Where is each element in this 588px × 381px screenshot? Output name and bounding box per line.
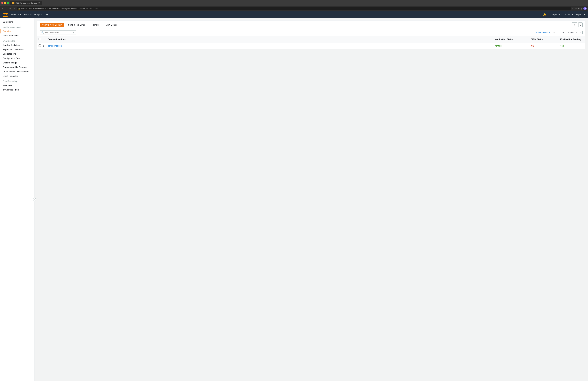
next-page-button[interactable]: › — [575, 31, 578, 34]
support-chevron: ▼ — [584, 14, 585, 15]
sidebar-toggle-button[interactable]: ‹ — [33, 198, 36, 201]
content-panel: Verify a New Domain Send a Test Email Re… — [37, 20, 585, 49]
user-menu[interactable]: sendportal ▼ — [550, 13, 562, 16]
aws-logo-underline — [3, 16, 8, 17]
first-page-button[interactable]: ⟨⟨ — [552, 31, 556, 34]
sidebar-section-email-receiving: Email Receiving — [0, 78, 34, 83]
maximize-dot[interactable] — [7, 2, 9, 4]
nav-bookmark-icon[interactable]: ☆ — [575, 7, 577, 10]
all-identities-chevron: ▼ — [548, 31, 550, 34]
services-chevron: ▼ — [20, 14, 21, 15]
main-content: Verify a New Domain Send a Test Email Re… — [34, 18, 588, 381]
resource-groups-chevron: ▼ — [41, 14, 43, 15]
smtp-settings-label: SMTP Settings — [3, 61, 17, 64]
forward-button[interactable]: › — [5, 7, 7, 10]
header-checkbox-cell — [37, 37, 42, 41]
services-menu[interactable]: Services ▼ — [11, 13, 21, 16]
header-dkim-status: DKIM Status — [529, 37, 559, 41]
toolbar-left: Verify a New Domain Send a Test Email Re… — [40, 23, 120, 27]
row-checkbox[interactable] — [39, 44, 41, 47]
sidebar-item-email-addresses[interactable]: Email Addresses — [0, 33, 34, 38]
dedicated-ips-label: Dedicated IPs — [3, 53, 16, 55]
search-input[interactable] — [44, 31, 72, 34]
search-icon: 🔍 — [41, 31, 44, 34]
header-enabled-for-sending: Enabled for Sending — [559, 37, 585, 41]
email-addresses-label: Email Addresses — [3, 34, 19, 37]
last-page-button[interactable]: ⟩⟩ — [579, 31, 583, 34]
browser-tab[interactable]: SES Management Console ✕ — [10, 1, 42, 5]
nav-extensions-icon[interactable]: ⋮ — [580, 7, 583, 10]
new-tab-button[interactable]: + — [43, 1, 45, 4]
sidebar-section-email-sending: Email Sending — [0, 38, 34, 43]
aws-logo[interactable]: aws — [3, 12, 8, 17]
region-label: Ireland — [565, 13, 571, 16]
minimize-dot[interactable] — [4, 2, 6, 4]
verify-domain-button[interactable]: Verify a New Domain — [40, 23, 64, 27]
resource-groups-menu[interactable]: Resource Groups ▼ — [24, 13, 43, 16]
sidebar-item-sending-statistics[interactable]: Sending Statistics — [0, 43, 34, 47]
filter-right: All identities ▼ ⟨⟨ ‹ 1 to 1 of 1 items … — [536, 31, 583, 34]
reputation-dashboard-label: Reputation Dashboard — [3, 48, 24, 51]
domains-label: Domains — [3, 30, 11, 32]
tab-close-button[interactable]: ✕ — [38, 2, 40, 4]
header-verification-status: Verification Status — [493, 37, 529, 41]
remove-button[interactable]: Remove — [89, 23, 102, 27]
services-label: Services — [11, 13, 19, 16]
ip-address-filters-label: IP Address Filters — [3, 89, 19, 91]
search-clear-icon[interactable]: ✕ — [73, 31, 74, 34]
sidebar-item-configuration-sets[interactable]: Configuration Sets — [0, 56, 34, 60]
region-menu[interactable]: Ireland ▼ — [565, 13, 573, 16]
support-menu[interactable]: Support ▼ — [576, 13, 585, 16]
domain-link[interactable]: sendportal.com — [48, 45, 62, 47]
rule-sets-label: Rule Sets — [3, 84, 12, 87]
sidebar: ‹ SES Home Identity Management Domains E… — [0, 18, 34, 381]
row-checkbox-cell[interactable] — [37, 44, 42, 48]
home-button[interactable]: ⌂ — [13, 7, 16, 10]
row-expander-icon[interactable]: ▶ — [43, 45, 45, 47]
user-avatar[interactable]: U — [583, 7, 587, 10]
bell-icon[interactable]: 🔔 — [543, 13, 546, 16]
nav-more-icon[interactable]: ⋯ — [572, 7, 574, 10]
sidebar-item-cross-account[interactable]: Cross-Account Notifications — [0, 69, 34, 74]
sidebar-item-ip-filters[interactable]: IP Address Filters — [0, 88, 34, 92]
close-dot[interactable] — [1, 2, 3, 4]
configuration-sets-label: Configuration Sets — [3, 57, 20, 60]
toolbar: Verify a New Domain Send a Test Email Re… — [37, 20, 585, 29]
sidebar-item-ses-home[interactable]: SES Home — [0, 20, 34, 24]
filter-bar: 🔍 ✕ All identities ▼ ⟨⟨ ‹ 1 to 1 of 1 it… — [37, 29, 585, 36]
resource-groups-label: Resource Groups — [24, 13, 41, 16]
help-icon[interactable]: ? — [578, 22, 583, 27]
send-test-email-button[interactable]: Send a Test Email — [66, 23, 88, 27]
nav-star-icon[interactable]: ★ — [578, 7, 580, 10]
sidebar-item-suppression-list[interactable]: Suppression List Removal — [0, 65, 34, 69]
sidebar-item-reputation-dashboard[interactable]: Reputation Dashboard — [0, 47, 34, 52]
toolbar-right: ↻ ? — [572, 22, 583, 27]
view-details-button[interactable]: View Details — [103, 23, 120, 27]
sidebar-item-domains[interactable]: Domains — [0, 29, 34, 33]
search-box[interactable]: 🔍 ✕ — [40, 30, 76, 34]
header-domain-identities: Domain Identities — [46, 37, 493, 41]
refresh-button[interactable]: ↻ — [8, 7, 12, 10]
all-identities-dropdown[interactable]: All identities ▼ — [536, 31, 550, 34]
table-row: ▶ sendportal.com verified n/a Yes — [37, 43, 585, 49]
user-label: sendportal — [550, 13, 560, 16]
sidebar-item-email-templates[interactable]: Email Templates — [0, 74, 34, 78]
select-all-checkbox[interactable] — [39, 38, 41, 40]
table-header: Domain Identities Verification Status DK… — [37, 36, 585, 43]
region-chevron: ▼ — [572, 14, 573, 15]
bookmark-icon[interactable]: ✦ — [46, 13, 48, 16]
suppression-list-label: Suppression List Removal — [3, 66, 27, 68]
refresh-icon[interactable]: ↻ — [572, 22, 577, 27]
address-bar[interactable]: 🔒 https://eu-west-1.console.aws.amazon.c… — [17, 7, 571, 10]
browser-nav: ‹ › ↻ ⌂ 🔒 https://eu-west-1.console.aws.… — [0, 6, 588, 11]
tab-favicon — [12, 2, 14, 4]
support-label: Support — [576, 13, 583, 16]
row-domain-identity[interactable]: sendportal.com — [46, 44, 493, 48]
prev-page-button[interactable]: ‹ — [557, 31, 560, 34]
sidebar-item-dedicated-ips[interactable]: Dedicated IPs — [0, 52, 34, 56]
back-button[interactable]: ‹ — [1, 7, 4, 10]
sidebar-item-smtp-settings[interactable]: SMTP Settings — [0, 60, 34, 65]
row-enabled-for-sending: Yes — [559, 44, 585, 48]
row-expander-cell[interactable]: ▶ — [42, 44, 46, 48]
sidebar-item-rule-sets[interactable]: Rule Sets — [0, 83, 34, 88]
